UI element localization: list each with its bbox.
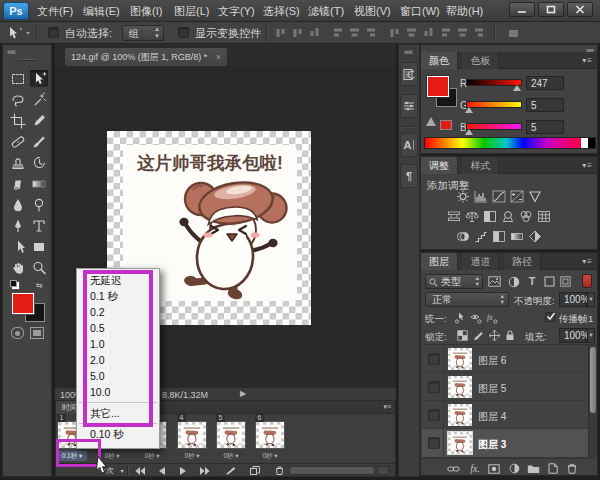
layer-thumbnail[interactable] (448, 348, 472, 370)
layer-visibility-checkbox[interactable] (428, 437, 440, 449)
tab-paths[interactable]: 路径 (504, 253, 541, 270)
first-frame-button[interactable] (132, 465, 148, 476)
status-popup-arrow-icon[interactable]: ▶ (240, 389, 246, 398)
crop-tool-icon[interactable] (9, 112, 27, 129)
align-left-edges-icon[interactable] (331, 26, 346, 40)
red-slider-handle[interactable] (513, 85, 521, 91)
green-slider-handle[interactable] (465, 107, 473, 113)
filter-pixel-layers-icon[interactable] (487, 275, 501, 288)
filter-smart-objects-icon[interactable] (558, 275, 572, 288)
previous-frame-button[interactable] (153, 465, 169, 476)
exposure-adjustment-icon[interactable] (509, 189, 524, 203)
paragraph-panel-icon[interactable]: ¶ (400, 164, 418, 188)
channel-mixer-adjustment-icon[interactable] (518, 209, 533, 223)
layers-panel-menu-icon[interactable]: ▾≡ (582, 257, 593, 266)
swap-colors-icon[interactable]: ⇆ (36, 281, 43, 290)
expand-panels-chevron-icon[interactable]: «« (404, 47, 412, 57)
gamut-warning-icon[interactable] (426, 117, 436, 126)
new-layer-icon[interactable] (546, 462, 560, 475)
quick-mask-mode-icon[interactable] (11, 327, 24, 339)
delete-frame-button[interactable] (271, 465, 287, 476)
animation-frame-5[interactable]: 5 0秒 ▾ (216, 414, 246, 461)
red-value-field[interactable]: 247 (526, 76, 564, 90)
layer-thumbnail[interactable] (448, 404, 472, 426)
fill-value-field[interactable]: 100% (559, 328, 587, 343)
filter-shape-layers-icon[interactable] (542, 275, 556, 288)
next-frame-button[interactable] (197, 465, 213, 476)
auto-select-dropdown[interactable]: 组 ▲▼ (122, 25, 164, 41)
auto-select-checkbox[interactable] (48, 27, 59, 38)
layer-row-selected[interactable]: 图层 3 (422, 429, 589, 458)
lock-image-pixels-icon[interactable] (471, 329, 485, 342)
add-layer-mask-icon[interactable] (487, 462, 501, 475)
lock-all-icon[interactable] (503, 329, 517, 342)
tab-adjustments[interactable]: 调整 (421, 157, 458, 174)
layer-thumbnail[interactable] (448, 376, 472, 398)
levels-adjustment-icon[interactable] (473, 189, 488, 203)
foreground-color-swatch[interactable] (427, 76, 449, 97)
frame-delay-dropdown[interactable]: 0秒 ▾ (216, 451, 246, 461)
tab-swatches[interactable]: 色板 (462, 52, 499, 69)
layers-scrollbar[interactable] (588, 345, 597, 458)
menu-view[interactable]: 视图(V) (350, 0, 395, 22)
curves-adjustment-icon[interactable] (491, 189, 506, 203)
filter-type-layers-icon[interactable]: T (525, 275, 539, 288)
layer-filtering-toggle[interactable] (582, 274, 592, 288)
selective-color-adjustment-icon[interactable] (527, 229, 542, 243)
zoom-tool-icon[interactable] (30, 259, 48, 276)
align-bottom-edges-icon[interactable] (308, 26, 323, 40)
rectangular-marquee-tool-icon[interactable] (9, 70, 27, 87)
move-tool-icon[interactable] (30, 70, 48, 87)
layer-name[interactable]: 图层 5 (478, 382, 506, 396)
blue-channel-slider[interactable] (466, 123, 522, 130)
history-brush-tool-icon[interactable] (30, 154, 48, 171)
frame-delay-dropdown[interactable]: 0秒 ▾ (137, 451, 167, 461)
menu-filter[interactable]: 滤镜(T) (304, 0, 348, 22)
photo-filter-adjustment-icon[interactable] (500, 209, 515, 223)
history-panel-icon[interactable] (400, 62, 418, 86)
timeline-panel-menu-icon[interactable]: ▾≡ (383, 403, 391, 411)
layer-thumbnail[interactable] (448, 432, 472, 454)
opacity-value-field[interactable]: 100% (559, 292, 587, 307)
frame-thumbnail[interactable] (255, 421, 285, 449)
green-value-field[interactable]: 5 (526, 98, 564, 112)
animation-frame-6[interactable]: 6 0秒 ▾ (255, 414, 285, 461)
color-balance-adjustment-icon[interactable] (464, 209, 479, 223)
layer-row[interactable]: 图层 6 (422, 345, 589, 373)
photoshop-logo-icon[interactable]: Ps (3, 2, 29, 20)
type-tool-icon[interactable] (30, 217, 48, 234)
invert-adjustment-icon[interactable] (455, 229, 470, 243)
layer-style-icon[interactable]: fx. (468, 462, 482, 475)
blur-tool-icon[interactable] (9, 196, 27, 213)
tab-styles[interactable]: 样式 (462, 157, 499, 174)
distribute-left-edges-icon[interactable] (439, 26, 454, 40)
move-tool-preset-icon[interactable] (6, 26, 32, 40)
layer-row[interactable]: 图层 5 (422, 373, 589, 401)
scrollbar-arrow-right-icon[interactable] (377, 466, 389, 475)
hue-saturation-adjustment-icon[interactable] (446, 209, 461, 223)
distribute-horizontal-centers-icon[interactable] (456, 26, 471, 40)
color-lookup-adjustment-icon[interactable] (536, 209, 551, 223)
brush-tool-icon[interactable] (30, 133, 48, 150)
restore-button[interactable] (538, 2, 564, 17)
pen-tool-icon[interactable] (9, 217, 27, 234)
tab-close-icon[interactable]: × (216, 52, 221, 62)
delete-layer-icon[interactable] (565, 462, 579, 475)
layer-name[interactable]: 图层 3 (478, 438, 506, 452)
lasso-tool-icon[interactable] (9, 91, 27, 108)
layer-visibility-checkbox[interactable] (428, 353, 440, 365)
auto-align-layers-icon[interactable] (502, 26, 526, 40)
frame-thumbnail[interactable] (216, 421, 246, 449)
gradient-tool-icon[interactable] (30, 175, 48, 192)
distribute-right-edges-icon[interactable] (473, 26, 488, 40)
gradient-map-adjustment-icon[interactable] (509, 229, 524, 243)
duplicate-frame-button[interactable] (247, 465, 263, 476)
menu-select[interactable]: 选择(S) (259, 0, 304, 22)
color-spectrum-ramp[interactable] (424, 137, 596, 149)
collapse-tools-chevron-icon[interactable]: «« (7, 47, 15, 57)
threshold-adjustment-icon[interactable] (491, 229, 506, 243)
tab-color[interactable]: 颜色 (421, 52, 458, 69)
link-layers-icon[interactable] (446, 462, 460, 475)
vibrance-adjustment-icon[interactable] (527, 189, 542, 203)
layer-visibility-checkbox[interactable] (428, 381, 440, 393)
